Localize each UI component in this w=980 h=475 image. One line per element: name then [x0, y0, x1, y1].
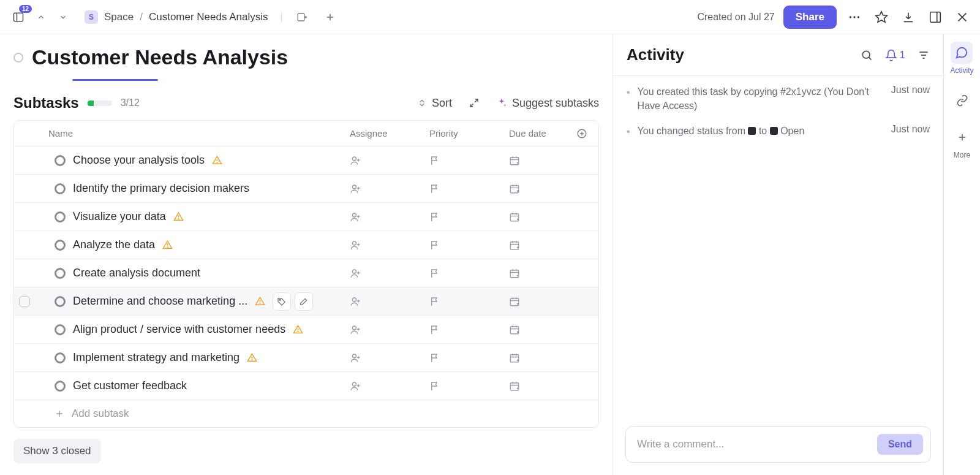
row-status-dot[interactable] [55, 268, 66, 279]
sidebar-badge: 12 [19, 5, 32, 13]
expand-button[interactable] [469, 98, 479, 108]
share-button[interactable]: Share [783, 6, 837, 29]
assignee-add-icon[interactable] [350, 240, 361, 251]
task-status-dot[interactable] [13, 53, 23, 63]
row-status-dot[interactable] [55, 240, 66, 251]
assignee-add-icon[interactable] [350, 183, 361, 194]
download-icon[interactable] [899, 8, 918, 26]
table-row[interactable]: Analyze the data [14, 231, 598, 259]
activity-item: •You created this task by copying #2x1yv… [627, 85, 930, 113]
table-row[interactable]: Create analysis document [14, 259, 598, 287]
star-icon[interactable] [872, 8, 891, 26]
col-priority[interactable]: Priority [429, 128, 509, 139]
due-date-icon[interactable] [509, 211, 520, 222]
rail-activity[interactable]: Activity [950, 42, 973, 75]
table-row[interactable]: Align product / service with customer ne… [14, 316, 598, 344]
priority-flag-icon[interactable] [429, 381, 440, 392]
assignee-add-icon[interactable] [350, 381, 361, 392]
row-checkbox[interactable] [19, 296, 30, 307]
assignee-add-icon[interactable] [350, 155, 361, 166]
suggest-subtasks-button[interactable]: Suggest subtasks [496, 97, 599, 110]
rail-link[interactable] [951, 89, 973, 112]
table-row[interactable]: Get customer feedback [14, 372, 598, 400]
close-icon[interactable] [953, 8, 971, 26]
activity-filter-icon[interactable] [918, 49, 930, 61]
svg-point-114 [862, 51, 870, 58]
due-date-icon[interactable] [509, 296, 520, 307]
show-closed-button[interactable]: Show 3 closed [13, 439, 101, 463]
priority-flag-icon[interactable] [429, 268, 440, 279]
priority-flag-icon[interactable] [429, 324, 440, 335]
activity-item: •You changed status from to OpenJust now [627, 124, 930, 138]
due-date-icon[interactable] [509, 381, 520, 392]
assignee-add-icon[interactable] [350, 324, 361, 335]
assignee-add-icon[interactable] [350, 296, 361, 307]
table-row[interactable]: Implement strategy and marketing [14, 344, 598, 372]
move-task-icon[interactable] [293, 8, 311, 26]
row-name: Get customer feedback [73, 379, 187, 392]
priority-flag-icon[interactable] [429, 155, 440, 166]
svg-point-6 [853, 16, 855, 18]
add-subtask-button[interactable]: Add subtask [14, 400, 598, 427]
due-date-icon[interactable] [509, 155, 520, 166]
warning-icon [212, 155, 222, 165]
rail-more[interactable]: More [951, 126, 973, 159]
table-row[interactable]: Visualize your data [14, 203, 598, 231]
add-icon[interactable] [321, 8, 339, 26]
due-date-icon[interactable] [509, 268, 520, 279]
more-menu-icon[interactable] [845, 8, 864, 26]
priority-flag-icon[interactable] [429, 352, 440, 363]
activity-notifications[interactable]: 1 [885, 49, 905, 61]
col-assignee[interactable]: Assignee [350, 128, 429, 139]
subtasks-heading: Subtasks [13, 94, 79, 112]
row-name: Analyze the data [73, 238, 155, 251]
due-date-icon[interactable] [509, 183, 520, 194]
svg-point-20 [353, 157, 356, 161]
activity-search-icon[interactable] [861, 49, 873, 61]
row-status-dot[interactable] [55, 296, 66, 307]
row-name: Choose your analysis tools [73, 154, 205, 167]
svg-point-103 [353, 382, 356, 386]
row-status-dot[interactable] [55, 211, 66, 222]
activity-time: Just now [891, 124, 930, 138]
edit-button[interactable] [295, 292, 313, 311]
assignee-add-icon[interactable] [350, 211, 361, 222]
row-status-dot[interactable] [55, 183, 66, 194]
sidebar-toggle[interactable]: 12 [9, 7, 28, 27]
table-row[interactable]: Choose your analysis tools [14, 146, 598, 175]
table-row[interactable]: Identify the primary decision makers [14, 175, 598, 203]
breadcrumb-space[interactable]: Space [104, 11, 134, 23]
assignee-add-icon[interactable] [350, 352, 361, 363]
comment-input[interactable] [637, 438, 877, 450]
due-date-icon[interactable] [509, 352, 520, 363]
priority-flag-icon[interactable] [429, 296, 440, 307]
svg-point-5 [850, 16, 851, 18]
due-date-icon[interactable] [509, 240, 520, 251]
sort-button[interactable]: Sort [417, 97, 452, 110]
row-status-dot[interactable] [55, 352, 66, 363]
subtasks-table: Name Assignee Priority Due date Choose y… [13, 120, 599, 428]
send-button[interactable]: Send [877, 434, 923, 455]
table-row[interactable]: Determine and choose marketing ... [14, 287, 598, 316]
assignee-add-icon[interactable] [350, 268, 361, 279]
nav-down[interactable] [54, 9, 72, 25]
row-status-dot[interactable] [55, 381, 66, 392]
svg-line-14 [470, 104, 473, 107]
row-status-dot[interactable] [55, 324, 66, 335]
priority-flag-icon[interactable] [429, 240, 440, 251]
svg-point-29 [353, 185, 356, 189]
priority-flag-icon[interactable] [429, 211, 440, 222]
tag-button[interactable] [273, 292, 291, 311]
priority-flag-icon[interactable] [429, 183, 440, 194]
add-column-button[interactable] [576, 128, 598, 139]
due-date-icon[interactable] [509, 324, 520, 335]
col-name[interactable]: Name [48, 128, 350, 139]
svg-point-93 [252, 360, 252, 360]
row-status-dot[interactable] [55, 155, 66, 166]
col-due[interactable]: Due date [509, 128, 576, 139]
svg-line-13 [475, 99, 478, 102]
nav-up[interactable] [32, 9, 50, 25]
breadcrumb-current: Customer Needs Analysis [149, 11, 268, 23]
svg-point-72 [353, 298, 356, 302]
collapse-icon[interactable] [926, 8, 944, 26]
